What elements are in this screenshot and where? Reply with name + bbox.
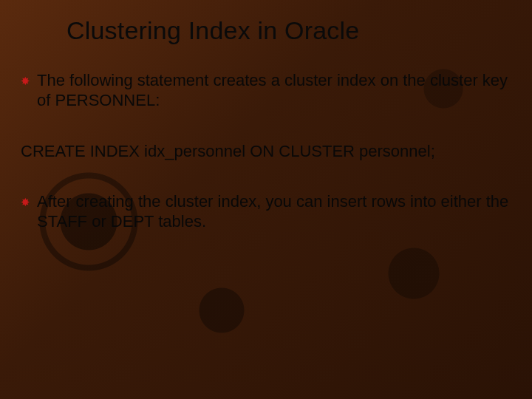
slide-title: Clustering Index in Oracle: [66, 16, 359, 45]
bullet-item: ✸ After creating the cluster index, you …: [21, 192, 511, 232]
bullet-icon: ✸: [21, 197, 34, 208]
bullet-text: The following statement creates a cluste…: [37, 71, 511, 111]
bullet-text: After creating the cluster index, you ca…: [37, 192, 511, 232]
code-statement: CREATE INDEX idx_personnel ON CLUSTER pe…: [21, 142, 511, 162]
bullet-icon: ✸: [21, 75, 34, 86]
bullet-item: ✸ The following statement creates a clus…: [21, 71, 511, 111]
slide-body: ✸ The following statement creates a clus…: [21, 71, 511, 263]
slide: Clustering Index in Oracle ✸ The followi…: [0, 0, 532, 399]
